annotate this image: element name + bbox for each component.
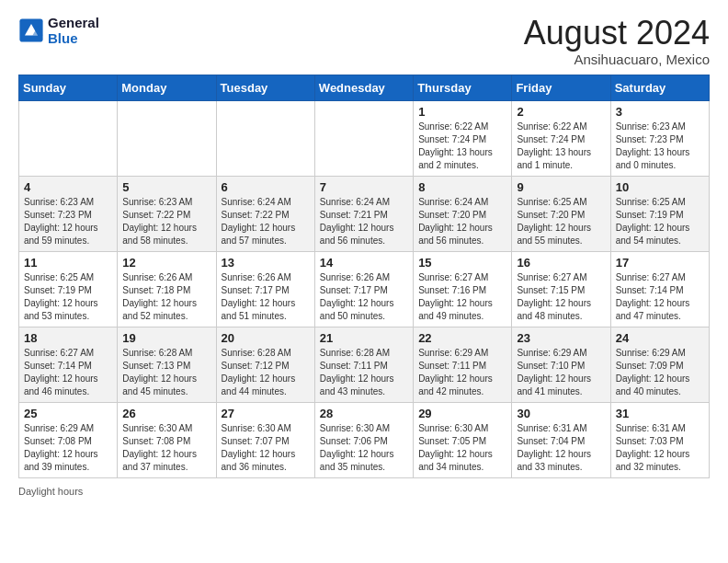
day-number: 28 <box>320 407 408 420</box>
day-number: 15 <box>418 256 506 270</box>
calendar-cell: 23Sunrise: 6:29 AM Sunset: 7:10 PM Dayli… <box>512 327 610 402</box>
page-header: General Blue August 2024 Ansihuacuaro, M… <box>18 15 710 67</box>
calendar-week-1: 1Sunrise: 6:22 AM Sunset: 7:24 PM Daylig… <box>19 100 710 176</box>
day-detail: Sunrise: 6:27 AM Sunset: 7:16 PM Dayligh… <box>418 271 506 323</box>
day-detail: Sunrise: 6:23 AM Sunset: 7:23 PM Dayligh… <box>24 196 112 247</box>
day-detail: Sunrise: 6:23 AM Sunset: 7:23 PM Dayligh… <box>616 121 704 172</box>
day-number: 3 <box>616 105 704 119</box>
month-title: August 2024 <box>524 15 710 52</box>
day-number: 21 <box>320 331 408 345</box>
day-number: 12 <box>122 256 210 270</box>
calendar-cell: 16Sunrise: 6:27 AM Sunset: 7:15 PM Dayli… <box>512 251 610 327</box>
calendar-cell: 27Sunrise: 6:30 AM Sunset: 7:07 PM Dayli… <box>216 402 314 477</box>
day-number: 22 <box>418 331 506 345</box>
calendar-week-5: 25Sunrise: 6:29 AM Sunset: 7:08 PM Dayli… <box>19 402 710 477</box>
calendar-cell <box>314 100 413 176</box>
col-header-wednesday: Wednesday <box>314 75 413 100</box>
day-number: 17 <box>616 256 704 270</box>
calendar-cell: 22Sunrise: 6:29 AM Sunset: 7:11 PM Dayli… <box>414 327 512 402</box>
calendar-cell: 20Sunrise: 6:28 AM Sunset: 7:12 PM Dayli… <box>216 327 314 402</box>
day-number: 18 <box>24 331 112 345</box>
calendar-cell: 4Sunrise: 6:23 AM Sunset: 7:23 PM Daylig… <box>19 176 118 251</box>
col-header-saturday: Saturday <box>610 75 709 100</box>
day-number: 4 <box>24 180 112 194</box>
day-number: 7 <box>320 180 408 194</box>
day-detail: Sunrise: 6:29 AM Sunset: 7:09 PM Dayligh… <box>616 347 704 398</box>
day-number: 9 <box>517 180 605 194</box>
calendar-cell: 28Sunrise: 6:30 AM Sunset: 7:06 PM Dayli… <box>314 402 413 477</box>
day-number: 24 <box>616 331 704 345</box>
calendar-cell: 11Sunrise: 6:25 AM Sunset: 7:19 PM Dayli… <box>19 251 118 327</box>
logo-icon <box>18 17 44 43</box>
day-detail: Sunrise: 6:24 AM Sunset: 7:21 PM Dayligh… <box>320 196 408 247</box>
day-detail: Sunrise: 6:30 AM Sunset: 7:08 PM Dayligh… <box>122 422 210 474</box>
day-detail: Sunrise: 6:26 AM Sunset: 7:18 PM Dayligh… <box>122 271 210 323</box>
calendar-cell: 29Sunrise: 6:30 AM Sunset: 7:05 PM Dayli… <box>414 402 512 477</box>
calendar-cell: 13Sunrise: 6:26 AM Sunset: 7:17 PM Dayli… <box>216 251 314 327</box>
calendar-cell: 8Sunrise: 6:24 AM Sunset: 7:20 PM Daylig… <box>414 176 512 251</box>
day-detail: Sunrise: 6:29 AM Sunset: 7:08 PM Dayligh… <box>24 422 112 474</box>
calendar-cell: 14Sunrise: 6:26 AM Sunset: 7:17 PM Dayli… <box>314 251 413 327</box>
day-number: 27 <box>222 407 310 420</box>
day-detail: Sunrise: 6:27 AM Sunset: 7:14 PM Dayligh… <box>616 271 704 323</box>
calendar-week-4: 18Sunrise: 6:27 AM Sunset: 7:14 PM Dayli… <box>19 327 710 402</box>
day-number: 19 <box>122 331 210 345</box>
day-detail: Sunrise: 6:22 AM Sunset: 7:24 PM Dayligh… <box>517 121 605 172</box>
day-detail: Sunrise: 6:24 AM Sunset: 7:20 PM Dayligh… <box>418 196 506 247</box>
calendar-cell: 26Sunrise: 6:30 AM Sunset: 7:08 PM Dayli… <box>118 402 216 477</box>
calendar-cell: 25Sunrise: 6:29 AM Sunset: 7:08 PM Dayli… <box>19 402 118 477</box>
day-detail: Sunrise: 6:29 AM Sunset: 7:10 PM Dayligh… <box>517 347 605 398</box>
day-number: 14 <box>320 256 408 270</box>
day-number: 10 <box>616 180 704 194</box>
calendar-cell: 2Sunrise: 6:22 AM Sunset: 7:24 PM Daylig… <box>512 100 610 176</box>
day-detail: Sunrise: 6:30 AM Sunset: 7:07 PM Dayligh… <box>222 422 310 474</box>
calendar-cell: 30Sunrise: 6:31 AM Sunset: 7:04 PM Dayli… <box>512 402 610 477</box>
calendar-cell: 31Sunrise: 6:31 AM Sunset: 7:03 PM Dayli… <box>610 402 709 477</box>
calendar-cell: 6Sunrise: 6:24 AM Sunset: 7:22 PM Daylig… <box>216 176 314 251</box>
day-number: 30 <box>517 407 605 420</box>
title-block: August 2024 Ansihuacuaro, Mexico <box>524 15 710 67</box>
day-detail: Sunrise: 6:25 AM Sunset: 7:19 PM Dayligh… <box>24 271 112 323</box>
calendar-cell <box>118 100 216 176</box>
calendar-cell: 3Sunrise: 6:23 AM Sunset: 7:23 PM Daylig… <box>610 100 709 176</box>
footer: Daylight hours <box>18 486 710 497</box>
day-number: 1 <box>418 105 506 119</box>
day-detail: Sunrise: 6:27 AM Sunset: 7:14 PM Dayligh… <box>24 347 112 398</box>
day-number: 20 <box>222 331 310 345</box>
day-detail: Sunrise: 6:22 AM Sunset: 7:24 PM Dayligh… <box>418 121 506 172</box>
calendar-cell: 21Sunrise: 6:28 AM Sunset: 7:11 PM Dayli… <box>314 327 413 402</box>
day-detail: Sunrise: 6:30 AM Sunset: 7:05 PM Dayligh… <box>418 422 506 474</box>
day-detail: Sunrise: 6:31 AM Sunset: 7:04 PM Dayligh… <box>517 422 605 474</box>
calendar-cell: 17Sunrise: 6:27 AM Sunset: 7:14 PM Dayli… <box>610 251 709 327</box>
day-detail: Sunrise: 6:29 AM Sunset: 7:11 PM Dayligh… <box>418 347 506 398</box>
calendar-cell: 1Sunrise: 6:22 AM Sunset: 7:24 PM Daylig… <box>414 100 512 176</box>
logo-text: General Blue <box>48 15 99 46</box>
day-detail: Sunrise: 6:23 AM Sunset: 7:22 PM Dayligh… <box>122 196 210 247</box>
calendar-cell: 19Sunrise: 6:28 AM Sunset: 7:13 PM Dayli… <box>118 327 216 402</box>
calendar-week-2: 4Sunrise: 6:23 AM Sunset: 7:23 PM Daylig… <box>19 176 710 251</box>
calendar-cell <box>19 100 118 176</box>
day-number: 25 <box>24 407 112 420</box>
day-number: 13 <box>222 256 310 270</box>
calendar-cell: 18Sunrise: 6:27 AM Sunset: 7:14 PM Dayli… <box>19 327 118 402</box>
day-number: 2 <box>517 105 605 119</box>
col-header-thursday: Thursday <box>414 75 512 100</box>
day-number: 26 <box>122 407 210 420</box>
calendar-cell: 12Sunrise: 6:26 AM Sunset: 7:18 PM Dayli… <box>118 251 216 327</box>
day-number: 11 <box>24 256 112 270</box>
calendar-cell: 15Sunrise: 6:27 AM Sunset: 7:16 PM Dayli… <box>414 251 512 327</box>
day-detail: Sunrise: 6:28 AM Sunset: 7:12 PM Dayligh… <box>222 347 310 398</box>
calendar-cell: 7Sunrise: 6:24 AM Sunset: 7:21 PM Daylig… <box>314 176 413 251</box>
calendar-table: SundayMondayTuesdayWednesdayThursdayFrid… <box>18 75 710 478</box>
day-number: 8 <box>418 180 506 194</box>
day-detail: Sunrise: 6:25 AM Sunset: 7:19 PM Dayligh… <box>616 196 704 247</box>
day-detail: Sunrise: 6:28 AM Sunset: 7:13 PM Dayligh… <box>122 347 210 398</box>
col-header-monday: Monday <box>118 75 216 100</box>
day-number: 6 <box>222 180 310 194</box>
day-detail: Sunrise: 6:30 AM Sunset: 7:06 PM Dayligh… <box>320 422 408 474</box>
day-detail: Sunrise: 6:26 AM Sunset: 7:17 PM Dayligh… <box>222 271 310 323</box>
logo: General Blue <box>18 15 99 46</box>
location: Ansihuacuaro, Mexico <box>524 52 710 67</box>
day-number: 31 <box>616 407 704 420</box>
day-detail: Sunrise: 6:27 AM Sunset: 7:15 PM Dayligh… <box>517 271 605 323</box>
